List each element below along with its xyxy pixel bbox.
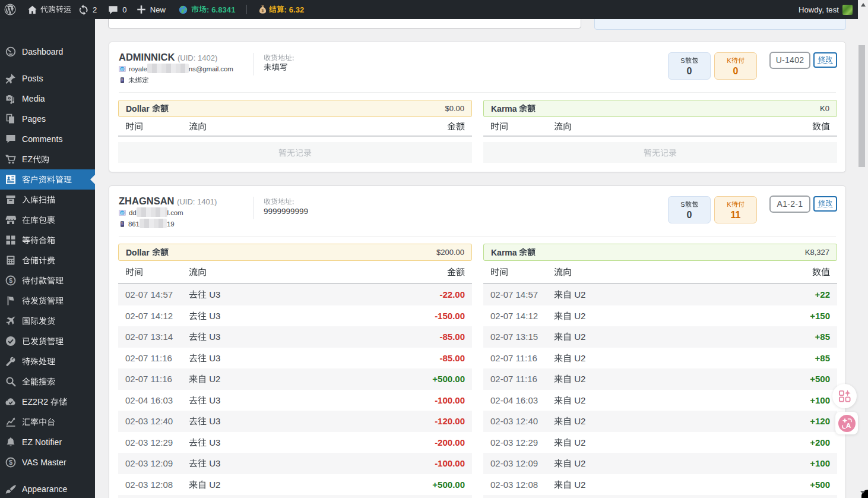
- svg-text:A: A: [845, 421, 851, 429]
- svg-text:@: @: [121, 211, 124, 215]
- svg-text:$: $: [9, 459, 12, 466]
- svg-text:@: @: [121, 67, 124, 71]
- svg-text:$: $: [261, 8, 264, 13]
- svg-text:$: $: [9, 277, 12, 284]
